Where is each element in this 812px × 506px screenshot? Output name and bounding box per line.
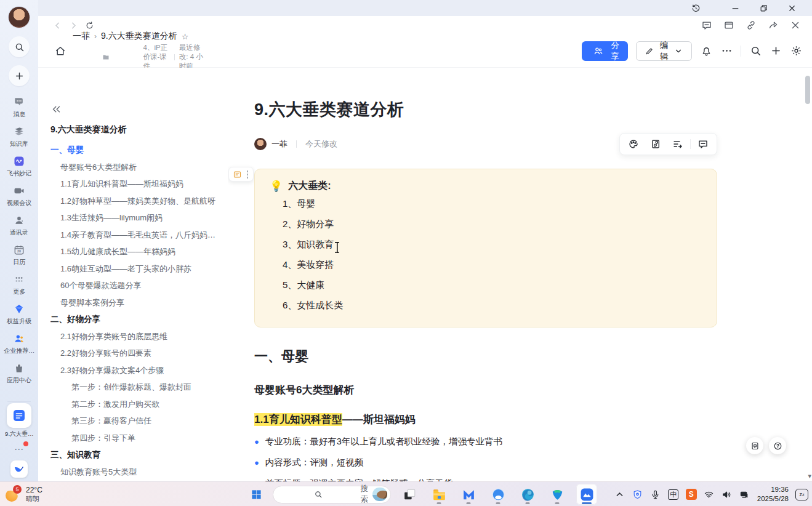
callout-item[interactable]: 1、母婴 [283, 194, 702, 213]
callout-item[interactable]: 2、好物分享 [283, 214, 702, 233]
open-external-icon[interactable] [768, 20, 779, 31]
outline-item[interactable]: 三、知识教育 [50, 446, 222, 464]
heading-2[interactable]: 母婴账号6大类型解析 [254, 383, 717, 397]
tray-icon[interactable] [632, 489, 643, 500]
sidebar-item[interactable]: 视频会议 [0, 181, 38, 211]
home-icon[interactable] [54, 45, 66, 57]
tray-icon[interactable] [650, 489, 661, 500]
scrollbar-thumb[interactable] [805, 76, 810, 104]
outline-item[interactable]: 1.2好物种草型——辣妈美美好物、是航航呀 [50, 193, 222, 210]
more-actions-icon[interactable] [720, 45, 733, 57]
outline-item[interactable]: 第三步：赢得客户信任 [50, 412, 222, 430]
notification-center-icon[interactable]: zz [795, 489, 808, 500]
close-tab-icon[interactable] [790, 20, 801, 31]
taskbar-app[interactable] [547, 484, 568, 505]
history-icon[interactable] [681, 0, 710, 16]
doc-title[interactable]: 9.六大垂类赛道分析 [254, 98, 717, 121]
search-highlight-image[interactable] [372, 488, 387, 501]
doc-folder[interactable]: 4、iP正价课-课件 [143, 43, 171, 71]
share-button[interactable]: 分享 [582, 41, 628, 61]
feishu-logo-icon[interactable] [10, 460, 28, 478]
close-button[interactable] [778, 0, 806, 16]
restore-button[interactable] [749, 0, 778, 16]
heading-3[interactable]: 1.1育儿知识科普型——斯坦福妈妈 [254, 412, 717, 427]
taskbar-app[interactable] [458, 484, 479, 505]
outline-item[interactable]: 二、好物分享 [50, 311, 222, 328]
doc-link-icon[interactable] [645, 134, 667, 155]
callout-item[interactable]: 3、知识教育 [283, 235, 702, 254]
callout-item[interactable]: 6、女性成长类 [283, 295, 702, 315]
sidebar-item[interactable]: 知识库 [0, 122, 38, 151]
tray-icon[interactable] [722, 489, 733, 500]
scrollbar[interactable] [805, 71, 810, 476]
back-button[interactable] [49, 18, 65, 33]
outline-item[interactable]: 第一步：创作爆款标题、爆款封面 [50, 379, 222, 396]
star-icon[interactable]: ☆ [182, 32, 189, 41]
drag-handle-icon[interactable] [246, 170, 251, 179]
sidebar-doc-tab[interactable] [7, 403, 31, 428]
outline-item[interactable]: 1.1育儿知识科普型——斯坦福妈妈 [50, 175, 222, 193]
collapse-outline-icon[interactable] [50, 103, 62, 114]
outline-item[interactable]: 1.3生活辣妈——lilymum闹妈 [50, 209, 222, 227]
outline-item[interactable]: 2.1好物分享类账号的底层思维 [50, 328, 222, 345]
sidebar-item[interactable]: 飞书妙记 [0, 151, 38, 181]
outline-item[interactable]: 2.2好物分享账号的四要素 [50, 345, 222, 362]
outline-item[interactable]: 2.3好物分享爆款文案4个步骤 [50, 362, 222, 379]
notes-widget-button[interactable] [746, 437, 763, 454]
doc-search-icon[interactable] [749, 45, 762, 57]
sidebar-more-button[interactable]: ⋯ [14, 444, 24, 455]
outline-item[interactable]: 第二步：激发用户购买欲 [50, 396, 222, 413]
sidebar-create-button[interactable] [9, 65, 30, 86]
taskbar-app[interactable] [428, 484, 449, 505]
theme-palette-icon[interactable] [622, 134, 645, 155]
tray-icon[interactable] [704, 489, 715, 500]
taskbar-app[interactable] [399, 484, 420, 505]
taskbar-clock[interactable]: 19:36 2025/5/28 [757, 485, 789, 504]
taskbar-search[interactable]: 搜索 [273, 486, 391, 504]
callout-item[interactable]: 4、美妆穿搭 [283, 255, 702, 274]
edit-button[interactable]: 编辑 [636, 41, 692, 61]
outline-title[interactable]: 9.六大垂类赛道分析 [50, 124, 222, 135]
bullet-item[interactable]: ● 专业功底：最好有3年以上育儿或者职业经验，增强专业背书 [254, 436, 717, 448]
bullet-item[interactable]: ● 内容形式：评测，短视频 [254, 457, 717, 468]
sidebar-item[interactable]: 企业推荐… [0, 329, 38, 358]
author-avatar[interactable] [254, 138, 267, 150]
feedback-icon[interactable] [701, 20, 712, 31]
outline-item[interactable]: 知识教育账号5大类型 [50, 464, 222, 481]
minimize-button[interactable] [721, 0, 749, 16]
block-handle[interactable] [228, 167, 254, 182]
copy-link-icon[interactable] [746, 20, 757, 31]
sidebar-item[interactable]: 更多 [0, 270, 38, 299]
sidebar-item[interactable]: 应用中心 [0, 358, 38, 388]
outline-item[interactable]: 母婴脚本案例分享 [50, 294, 222, 311]
outline-item[interactable]: 母婴账号6大类型解析 [50, 159, 222, 176]
heading-1[interactable]: 一、母婴 [254, 347, 717, 366]
tray-icon[interactable]: S [686, 489, 697, 500]
outline-item[interactable]: 第四步：引导下单 [50, 430, 222, 447]
breadcrumb-parent[interactable]: 一菲 [73, 31, 90, 42]
tray-icon[interactable] [739, 489, 750, 500]
taskbar-app[interactable] [576, 484, 597, 505]
user-avatar[interactable] [8, 6, 30, 28]
translate-list-icon[interactable] [667, 134, 689, 155]
outline-item[interactable]: 1.4亲子教育型——毛毛虫英语，八斤妈妈讲… [50, 227, 222, 244]
help-button[interactable] [769, 437, 786, 454]
sidebar-item[interactable]: 消息 [0, 92, 38, 122]
start-button[interactable] [247, 486, 265, 503]
sidebar-item[interactable]: 权益升级 [0, 299, 38, 329]
settings-gear-icon[interactable] [790, 45, 802, 57]
scroll-down-icon[interactable]: ▾ [808, 472, 811, 480]
taskbar-app[interactable] [488, 484, 509, 505]
author-name[interactable]: 一菲 [271, 139, 287, 150]
outline-item[interactable]: 1.6萌娃互动型——老丁头家的小胖苏 [50, 260, 222, 278]
callout-block[interactable]: 💡 六大垂类: 1、母婴 2、好物分享 3、知识教育 [254, 169, 717, 327]
window-mode-icon[interactable] [723, 20, 734, 31]
tray-icon[interactable] [614, 489, 625, 500]
callout-item[interactable]: 5、大健康 [283, 275, 702, 294]
tray-icon[interactable]: 中 [668, 489, 679, 500]
sidebar-item[interactable]: 20 日历 [0, 240, 38, 270]
sidebar-item[interactable]: 通讯录 [0, 211, 38, 240]
new-doc-icon[interactable] [770, 45, 782, 57]
comment-icon[interactable] [692, 134, 714, 155]
taskbar-app[interactable] [517, 484, 538, 505]
